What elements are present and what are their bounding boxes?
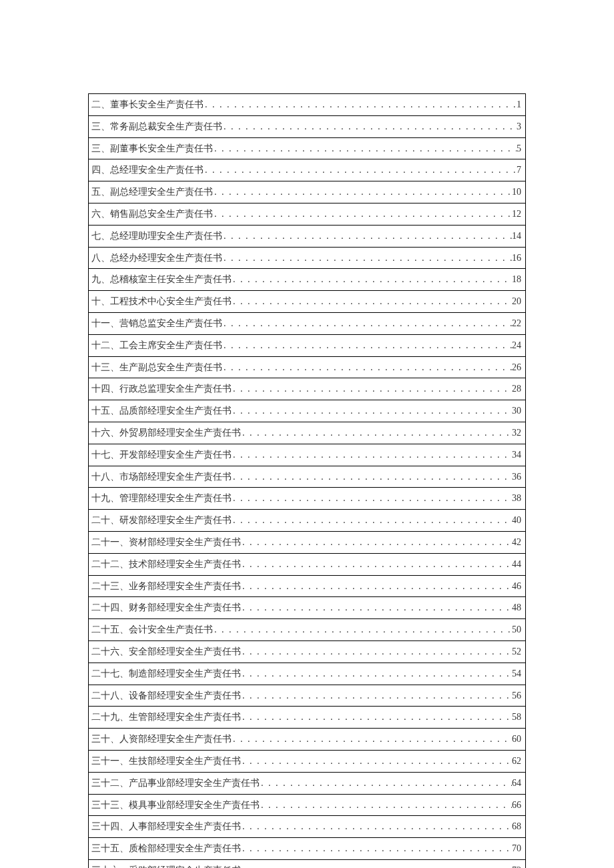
toc-entry-title: 五、副总经理安全生产责任书 (91, 184, 213, 200)
toc-entry-page: 50 (512, 622, 521, 638)
toc-entry-title: 七、总经理助理安全生产责任书 (91, 228, 222, 244)
toc-entry-title: 九、总稽核室主任安全生产责任书 (91, 272, 232, 288)
toc-entry-title: 二十九、生管部经理安全生产责任书 (91, 709, 241, 725)
toc-leader-dots: . . . . . . . . . . . . . . . . . . . . … (241, 534, 512, 550)
toc-leader-dots: . . . . . . . . . . . . . . . . . . . . … (241, 600, 512, 616)
toc-row: 二十一、资材部经理安全生产责任书. . . . . . . . . . . . … (89, 532, 525, 554)
toc-entry-title: 十四、行政总监理安全生产责任书 (91, 381, 232, 397)
toc-row: 三、常务副总裁安全生产责任书. . . . . . . . . . . . . … (89, 116, 525, 138)
toc-entry-title: 三十二、产品事业部经理安全生产责任书 (91, 775, 260, 791)
toc-row: 二十七、制造部经理安全生产责任书. . . . . . . . . . . . … (89, 663, 525, 685)
toc-entry-title: 六、销售副总安全生产责任书 (91, 206, 213, 222)
toc-leader-dots: . . . . . . . . . . . . . . . . . . . . … (241, 556, 512, 572)
toc-entry-title: 二十八、设备部经理安全生产责任书 (91, 688, 241, 704)
toc-row: 二十二、技术部经理安全生产责任书. . . . . . . . . . . . … (89, 554, 525, 576)
toc-row: 十九、管理部经理安全生产责任书. . . . . . . . . . . . .… (89, 488, 525, 510)
toc-leader-dots: . . . . . . . . . . . . . . . . . . . . … (260, 775, 512, 791)
toc-entry-title: 二十二、技术部经理安全生产责任书 (91, 556, 241, 572)
toc-entry-title: 十六、外贸易部经理安全生产责任书 (91, 425, 241, 441)
toc-entry-title: 十七、开发部经理安全生产责任书 (91, 447, 232, 463)
toc-row: 三十六、采购部经理安全生产责任书. . . . . . . . . . . . … (89, 860, 525, 868)
toc-leader-dots: . . . . . . . . . . . . . . . . . . . . … (232, 490, 512, 506)
toc-entry-page: 20 (512, 294, 521, 310)
toc-entry-page: 68 (512, 819, 521, 835)
toc-row: 十一、营销总监安全生产责任书. . . . . . . . . . . . . … (89, 313, 525, 335)
toc-entry-title: 十一、营销总监安全生产责任书 (91, 316, 222, 332)
toc-entry-title: 八、总经办经理安全生产责任书 (91, 250, 222, 266)
toc-row: 三、副董事长安全生产责任书. . . . . . . . . . . . . .… (89, 138, 525, 160)
toc-entry-page: 34 (512, 447, 521, 463)
toc-entry-page: 3 (517, 119, 521, 135)
toc-leader-dots: . . . . . . . . . . . . . . . . . . . . … (241, 709, 512, 725)
toc-row: 三十三、模具事业部经理安全生产责任书. . . . . . . . . . . … (89, 795, 525, 817)
toc-entry-page: 40 (512, 512, 521, 528)
toc-row: 二十八、设备部经理安全生产责任书. . . . . . . . . . . . … (89, 685, 525, 707)
toc-leader-dots: . . . . . . . . . . . . . . . . . . . . … (213, 141, 517, 157)
toc-entry-title: 二十三、业务部经理安全生产责任书 (91, 578, 241, 594)
toc-entry-page: 5 (517, 141, 521, 157)
toc-entry-page: 44 (512, 556, 521, 572)
toc-entry-page: 30 (512, 403, 521, 419)
toc-entry-title: 十五、品质部经理安全生产责任书 (91, 403, 232, 419)
toc-leader-dots: . . . . . . . . . . . . . . . . . . . . … (260, 797, 512, 813)
toc-row: 十六、外贸易部经理安全生产责任书. . . . . . . . . . . . … (89, 422, 525, 444)
toc-entry-page: 16 (512, 250, 521, 266)
toc-entry-title: 三十一、生技部经理安全生产责任书 (91, 753, 241, 769)
toc-row: 九、总稽核室主任安全生产责任书. . . . . . . . . . . . .… (89, 269, 525, 291)
toc-leader-dots: . . . . . . . . . . . . . . . . . . . . … (222, 360, 512, 376)
toc-entry-page: 12 (512, 206, 521, 222)
toc-row: 三十五、质检部经理安全生产责任书. . . . . . . . . . . . … (89, 838, 525, 860)
toc-row: 二十三、业务部经理安全生产责任书. . . . . . . . . . . . … (89, 576, 525, 598)
toc-entry-title: 二、董事长安全生产责任书 (91, 97, 204, 113)
toc-entry-page: 56 (512, 688, 521, 704)
toc-entry-title: 三十四、人事部经理安全生产责任书 (91, 819, 241, 835)
toc-entry-page: 54 (512, 666, 521, 682)
toc-row: 二十、研发部经理安全生产责任书. . . . . . . . . . . . .… (89, 510, 525, 532)
toc-row: 十八、市场部经理安全生产责任书. . . . . . . . . . . . .… (89, 466, 525, 488)
toc-row: 七、总经理助理安全生产责任书. . . . . . . . . . . . . … (89, 226, 525, 248)
toc-entry-title: 三十六、采购部经理安全生产责任书 (91, 863, 241, 868)
toc-entry-title: 四、总经理安全生产责任书 (91, 162, 204, 178)
toc-row: 五、副总经理安全生产责任书. . . . . . . . . . . . . .… (89, 181, 525, 203)
toc-entry-page: 62 (512, 753, 521, 769)
toc-row: 三十、人资部经理安全生产责任书. . . . . . . . . . . . .… (89, 729, 525, 751)
toc-entry-title: 三、常务副总裁安全生产责任书 (91, 119, 222, 135)
toc-entry-title: 三十、人资部经理安全生产责任书 (91, 731, 232, 747)
toc-leader-dots: . . . . . . . . . . . . . . . . . . . . … (204, 97, 517, 113)
toc-entry-page: 7 (517, 162, 521, 178)
toc-leader-dots: . . . . . . . . . . . . . . . . . . . . … (232, 294, 512, 310)
toc-container: 二、董事长安全生产责任书. . . . . . . . . . . . . . … (88, 93, 526, 868)
toc-entry-page: 64 (512, 775, 521, 791)
toc-entry-page: 24 (512, 338, 521, 354)
toc-entry-page: 38 (512, 490, 521, 506)
toc-entry-title: 二十五、会计安全生产责任书 (91, 622, 213, 638)
toc-leader-dots: . . . . . . . . . . . . . . . . . . . . … (241, 863, 512, 868)
toc-entry-title: 三十五、质检部经理安全生产责任书 (91, 841, 241, 857)
toc-leader-dots: . . . . . . . . . . . . . . . . . . . . … (232, 447, 512, 463)
toc-entry-title: 十九、管理部经理安全生产责任书 (91, 490, 232, 506)
toc-entry-title: 二十七、制造部经理安全生产责任书 (91, 666, 241, 682)
toc-entry-page: 46 (512, 578, 521, 594)
toc-row: 二十五、会计安全生产责任书. . . . . . . . . . . . . .… (89, 619, 525, 641)
toc-row: 十二、工会主席安全生产责任书. . . . . . . . . . . . . … (89, 335, 525, 357)
toc-entry-page: 70 (512, 841, 521, 857)
toc-row: 二十四、财务部经理安全生产责任书. . . . . . . . . . . . … (89, 597, 525, 619)
toc-row: 三十一、生技部经理安全生产责任书. . . . . . . . . . . . … (89, 751, 525, 773)
toc-leader-dots: . . . . . . . . . . . . . . . . . . . . … (232, 512, 512, 528)
toc-row: 二十九、生管部经理安全生产责任书. . . . . . . . . . . . … (89, 707, 525, 729)
toc-row: 十三、生产副总安全生产责任书. . . . . . . . . . . . . … (89, 357, 525, 379)
toc-row: 三十四、人事部经理安全生产责任书. . . . . . . . . . . . … (89, 816, 525, 838)
toc-leader-dots: . . . . . . . . . . . . . . . . . . . . … (232, 381, 512, 397)
toc-row: 十、工程技术中心安全生产责任书. . . . . . . . . . . . .… (89, 291, 525, 313)
toc-entry-page: 22 (512, 316, 521, 332)
toc-leader-dots: . . . . . . . . . . . . . . . . . . . . … (222, 250, 512, 266)
toc-leader-dots: . . . . . . . . . . . . . . . . . . . . … (232, 403, 512, 419)
toc-entry-page: 72 (512, 863, 521, 868)
toc-entry-page: 60 (512, 731, 521, 747)
toc-row: 二十六、安全部经理安全生产责任书. . . . . . . . . . . . … (89, 641, 525, 663)
toc-leader-dots: . . . . . . . . . . . . . . . . . . . . … (222, 338, 512, 354)
toc-leader-dots: . . . . . . . . . . . . . . . . . . . . … (241, 753, 512, 769)
toc-entry-page: 28 (512, 381, 521, 397)
toc-leader-dots: . . . . . . . . . . . . . . . . . . . . … (213, 622, 512, 638)
toc-entry-title: 十二、工会主席安全生产责任书 (91, 338, 222, 354)
